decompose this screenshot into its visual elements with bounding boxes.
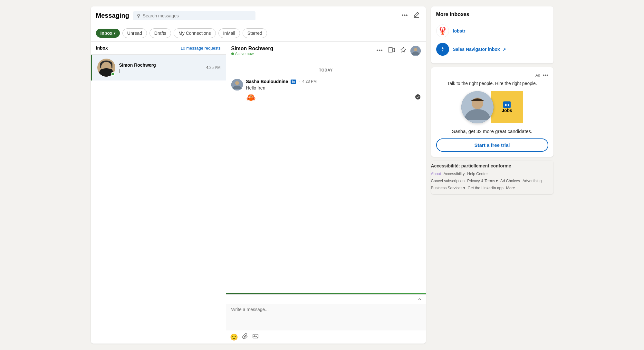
msg-sender-name: Sasha Bouloudnine xyxy=(246,79,288,84)
navigator-icon xyxy=(436,43,449,56)
more-inboxes-card: More inboxes 🦞 lobstr Sales Na xyxy=(431,6,553,63)
linkedin-badge: in xyxy=(291,80,296,84)
external-link-icon: ↗ xyxy=(503,47,506,52)
ad-person-avatar xyxy=(461,91,494,123)
sales-navigator-inbox-item[interactable]: Sales Navigator inbox ↗ xyxy=(436,40,548,58)
footer-row-2: Cancel subscription Privacy & Terms ▾ xyxy=(431,179,498,183)
footer-link-get-app[interactable]: Get the LinkedIn app xyxy=(468,186,504,190)
footer-row-4: Business Services ▾ Get the LinkedIn app xyxy=(431,186,504,190)
msg-content: Sasha Bouloudnine in · 4:23 PM Hello fre… xyxy=(246,79,421,102)
ad-menu-button[interactable]: ••• xyxy=(543,72,548,78)
active-dot xyxy=(231,52,234,55)
conv-preview: | xyxy=(119,68,202,73)
message-requests-link[interactable]: 10 message requests xyxy=(180,46,220,51)
sales-navigator-label: Sales Navigator inbox ↗ xyxy=(453,47,506,52)
footer-link-privacy-terms[interactable]: Privacy & Terms ▾ xyxy=(467,179,497,183)
more-options-conv-button[interactable]: ••• xyxy=(375,46,384,55)
tab-starred[interactable]: Starred xyxy=(243,28,267,38)
jobs-in-label: in xyxy=(503,101,510,108)
avatar-wrap xyxy=(97,59,115,77)
footer-section: Accessibilité: partiellement conforme Ab… xyxy=(431,161,553,194)
tab-inmail[interactable]: InMail xyxy=(218,28,240,38)
compose-button[interactable] xyxy=(412,10,421,21)
tab-my-connections[interactable]: My Connections xyxy=(174,28,216,38)
attach-button[interactable] xyxy=(242,333,248,341)
message-sender-avatar xyxy=(231,79,243,90)
video-call-button[interactable] xyxy=(387,46,396,56)
conversation-pane: Simon Rochwerg Active now ••• xyxy=(226,42,426,344)
active-status-text: Active now xyxy=(235,52,254,56)
svg-point-5 xyxy=(415,94,420,99)
star-icon xyxy=(400,47,407,55)
msg-text: Hello fren xyxy=(246,85,421,90)
msg-time: · xyxy=(299,79,300,84)
messaging-title: Messaging xyxy=(96,12,129,19)
active-status: Active now xyxy=(231,52,372,56)
footer-link-about[interactable]: About xyxy=(431,172,441,176)
mini-avatar xyxy=(410,46,421,56)
footer-link-more[interactable]: More xyxy=(506,186,515,190)
dropdown-chevron-icon: ▾ xyxy=(463,186,465,190)
start-free-trial-button[interactable]: Start a free trial xyxy=(436,138,548,152)
filter-tabs: Inbox ▾ Unread Drafts My Connections InM… xyxy=(91,25,426,42)
tab-drafts[interactable]: Drafts xyxy=(149,28,171,38)
more-options-button[interactable]: ••• xyxy=(400,11,409,20)
ellipsis-icon: ••• xyxy=(402,12,408,19)
footer-links: About Accessibility Help Center Cancel s… xyxy=(431,172,553,192)
footer-link-accessibility[interactable]: Accessibility xyxy=(444,172,465,176)
messages-area: TODAY Sasha Bouloudnine xyxy=(226,60,426,293)
footer-link-advertising[interactable]: Advertising xyxy=(523,179,542,183)
message-compose-input[interactable] xyxy=(226,304,426,330)
emoji-button[interactable]: 🙂 xyxy=(230,333,238,341)
image-icon xyxy=(252,334,259,341)
chevron-up-icon: ⌃ xyxy=(417,298,422,304)
svg-point-2 xyxy=(414,48,417,51)
conv-info: Simon Rochwerg | xyxy=(119,62,202,73)
footer-link-ad-choices[interactable]: Ad Choices xyxy=(500,179,520,183)
footer-link-cancel-subscription[interactable]: Cancel subscription xyxy=(431,179,465,183)
compose-area: ⌃ 🙂 xyxy=(226,294,426,344)
conv-name: Simon Rochwerg xyxy=(119,62,202,68)
right-sidebar: More inboxes 🦞 lobstr Sales Na xyxy=(431,6,553,344)
tab-unread[interactable]: Unread xyxy=(122,28,147,38)
svg-point-4 xyxy=(235,81,239,85)
tab-inbox[interactable]: Inbox ▾ xyxy=(96,29,120,38)
image-button[interactable] xyxy=(252,333,259,341)
attachment-icon xyxy=(242,334,248,341)
ad-visuals: in Jobs xyxy=(436,91,548,123)
lobstr-label: lobstr xyxy=(453,28,466,33)
lobstr-inbox-item[interactable]: 🦞 lobstr xyxy=(436,22,548,40)
msg-timestamp: 4:23 PM xyxy=(302,79,317,84)
video-icon xyxy=(388,47,395,54)
search-input[interactable] xyxy=(143,13,252,18)
compose-icon xyxy=(413,12,419,20)
ad-tagline: Talk to the right people. Hire the right… xyxy=(436,81,548,86)
inbox-tab-label: Inbox xyxy=(101,31,112,36)
msg-header: Sasha Bouloudnine in · 4:23 PM xyxy=(246,79,421,84)
conv-header-actions: ••• xyxy=(375,45,421,56)
message-group: Sasha Bouloudnine in · 4:23 PM Hello fre… xyxy=(231,79,421,102)
search-bar[interactable]: ⚲ xyxy=(133,11,255,20)
conv-time: 4:25 PM xyxy=(206,65,221,70)
conversation-item[interactable]: Simon Rochwerg | 4:25 PM xyxy=(91,55,226,80)
emoji-icon: 🙂 xyxy=(230,334,238,341)
ad-jobs-badge: in Jobs xyxy=(491,91,523,123)
conv-header: Simon Rochwerg Active now ••• xyxy=(226,42,426,60)
messaging-body: Inbox 10 message requests Simon Ro xyxy=(91,42,426,344)
ad-header: Ad ••• xyxy=(436,72,548,78)
msg-emoji: 🦀 xyxy=(246,93,256,102)
jobs-label: Jobs xyxy=(502,108,512,113)
footer-link-business-services[interactable]: Business Services ▾ xyxy=(431,186,465,190)
header-actions: ••• xyxy=(400,10,421,21)
online-indicator xyxy=(111,72,115,76)
inbox-label: Inbox xyxy=(96,45,108,51)
conversation-list: Inbox 10 message requests Simon Ro xyxy=(91,42,226,344)
footer-link-help-center[interactable]: Help Center xyxy=(467,172,488,176)
collapse-compose-button[interactable]: ⌃ xyxy=(417,297,422,304)
search-icon: ⚲ xyxy=(137,13,140,18)
inbox-chevron-icon: ▾ xyxy=(114,32,115,35)
list-header: Inbox 10 message requests xyxy=(91,42,226,55)
star-button[interactable] xyxy=(399,45,408,56)
conv-contact-name: Simon Rochwerg xyxy=(231,46,372,52)
footer-row-5: More xyxy=(506,186,515,190)
